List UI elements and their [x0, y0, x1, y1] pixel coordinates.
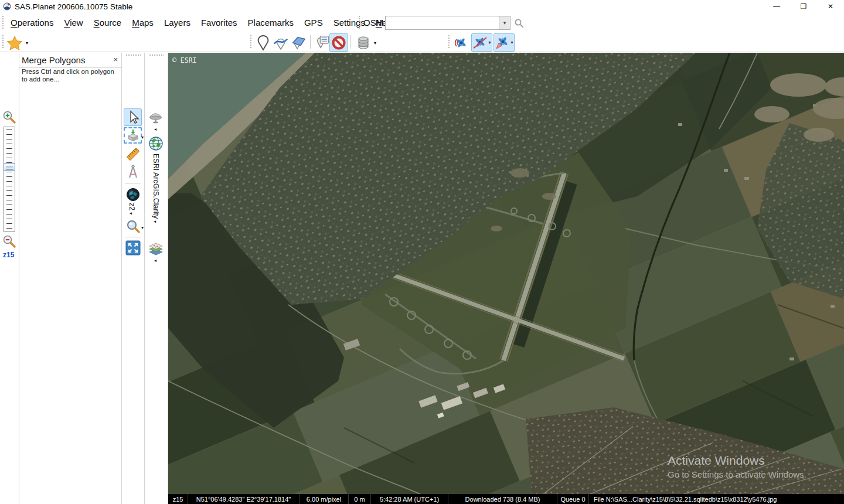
- gps-track-icon: [472, 35, 488, 50]
- zoom-in-icon: [2, 110, 16, 124]
- search-tool-button[interactable]: [124, 218, 142, 236]
- mini-zoom-label[interactable]: z2▾: [128, 203, 136, 214]
- restore-button[interactable]: ❐: [790, 0, 817, 13]
- zoom-in-button[interactable]: [2, 110, 16, 124]
- toolbar-separator: [310, 35, 311, 49]
- ruler-button[interactable]: [124, 145, 142, 163]
- search-icon[interactable]: [514, 18, 524, 30]
- zoom-panel: z15: [0, 53, 19, 504]
- gps-track-dropdown-icon[interactable]: ▾: [488, 40, 491, 45]
- add-path-button[interactable]: [271, 33, 290, 52]
- search-tool-dropdown-icon[interactable]: ▾: [141, 225, 144, 230]
- menu-maps[interactable]: Maps: [127, 18, 159, 28]
- menu-bar: OperationsViewSourceMapsLayersFavoritesP…: [0, 13, 844, 33]
- gps-track-button[interactable]: ▾: [471, 33, 492, 52]
- menu-operations[interactable]: Operations: [5, 18, 59, 28]
- gps-connect-icon: [453, 35, 468, 50]
- app-icon: [3, 2, 11, 11]
- layers-button[interactable]: [147, 240, 165, 258]
- zoom-slider-ticks: [6, 130, 12, 229]
- gps-connect-button[interactable]: [451, 33, 470, 52]
- window-title: SAS.Planet 200606.10075 Stable: [15, 2, 132, 11]
- placemark-list-icon: [315, 35, 330, 51]
- cache-mode-button[interactable]: [147, 108, 165, 126]
- menu-grip[interactable]: [2, 15, 4, 30]
- toolbar-separator: [350, 35, 351, 49]
- status-tile-file: File N:\SAS...Clarity\z15\8\5\32.21.sqli…: [589, 494, 844, 504]
- map-source-toolbar: ◂ ESRI ArcGIS.Clarity▾: [145, 53, 168, 504]
- polygon-icon: [290, 35, 307, 51]
- status-coordinates: N51°06'49.4283" E2°39'17.1814": [188, 494, 300, 504]
- search-input[interactable]: [386, 16, 499, 29]
- satellite-map[interactable]: [168, 53, 844, 494]
- minimize-button[interactable]: —: [763, 0, 790, 13]
- search-dropdown-button[interactable]: ▾: [499, 16, 510, 29]
- selection-box-icon: [126, 129, 140, 142]
- map-source-globe-button[interactable]: [147, 135, 165, 152]
- zoom-slider[interactable]: [4, 127, 15, 232]
- layers-dropdown-icon[interactable]: ◂: [154, 258, 156, 263]
- tile-storage-button[interactable]: [354, 33, 373, 52]
- menu-gps[interactable]: GPS: [299, 18, 328, 28]
- gps-follow-dropdown-icon[interactable]: ▾: [511, 40, 513, 45]
- fullscreen-icon: [125, 240, 141, 256]
- magnifier-icon: [125, 219, 141, 234]
- search-combobox: ▾: [385, 16, 511, 30]
- gps-follow-button[interactable]: ▾: [494, 33, 515, 52]
- zoom-out-button[interactable]: [2, 234, 16, 248]
- hide-placemarks-button[interactable]: [329, 33, 348, 52]
- map-source-toolbar-grip[interactable]: [149, 54, 164, 56]
- status-scale: 6.00 m/pixel: [300, 494, 349, 504]
- menu-view[interactable]: View: [59, 18, 88, 28]
- zoom-level-label: z15: [3, 251, 14, 259]
- source-toolbar-grip[interactable]: [358, 15, 360, 30]
- globe-icon: [148, 135, 164, 152]
- menu-favorites[interactable]: Favorites: [196, 18, 243, 28]
- chevron-down-icon: ▾: [152, 220, 158, 223]
- panel-header: Merge Polygons ×: [19, 54, 121, 67]
- dome-icon: [147, 109, 164, 125]
- ruler-icon: [125, 147, 141, 162]
- panel-close-button[interactable]: ×: [113, 56, 118, 64]
- storage-dropdown-icon[interactable]: ▾: [374, 40, 376, 46]
- gps-follow-icon: [495, 35, 510, 50]
- gps-toolbar-grip[interactable]: [448, 35, 450, 49]
- status-bar: z15N51°06'49.4283" E2°39'17.1814"6.00 m/…: [168, 494, 844, 504]
- favorites-toolbar-grip[interactable]: [2, 35, 4, 49]
- path-icon: [273, 35, 288, 51]
- selection-dropdown-icon[interactable]: ▾: [141, 135, 144, 140]
- dark-globe-icon: [125, 187, 141, 202]
- title-bar: SAS.Planet 200606.10075 Stable — ❐ ✕: [0, 0, 844, 13]
- cache-dropdown-icon[interactable]: ◂: [154, 127, 156, 132]
- status-elevation: 0 m: [349, 494, 371, 504]
- star-icon: [6, 35, 23, 51]
- add-polygon-button[interactable]: [289, 33, 308, 52]
- menu-placemarks[interactable]: Placemarks: [243, 18, 299, 28]
- block-icon: [331, 35, 346, 50]
- globe-view-button[interactable]: [124, 186, 142, 203]
- toolbar-separator: [125, 237, 141, 237]
- compass-divider-icon: [126, 164, 140, 179]
- distance-calc-button[interactable]: [124, 163, 142, 181]
- status-zoom: z15: [168, 494, 188, 504]
- select-cursor-button[interactable]: [124, 108, 142, 126]
- placemark-toolbar-grip[interactable]: [250, 35, 252, 49]
- esri-copyright: © ESRI: [172, 56, 197, 64]
- tools-toolbar-grip[interactable]: [125, 54, 141, 56]
- toolbar-separator: [125, 183, 141, 183]
- map-source-button[interactable]: ESRI ArcGIS.Clarity▾: [152, 154, 160, 223]
- menu-layers[interactable]: Layers: [159, 18, 196, 28]
- close-button[interactable]: ✕: [817, 0, 844, 13]
- layers-icon: [148, 241, 164, 257]
- tools-toolbar: ▾: [122, 53, 145, 504]
- zoom-slider-handle[interactable]: [4, 164, 15, 171]
- menu-source[interactable]: Source: [89, 18, 127, 28]
- menu-items: OperationsViewSourceMapsLayersFavoritesP…: [5, 13, 399, 32]
- status-queue: Queue 0: [557, 494, 589, 504]
- merge-polygons-panel: Merge Polygons × Press Ctrl and click on…: [19, 53, 122, 504]
- add-placemark-button[interactable]: [254, 33, 273, 52]
- fullscreen-button[interactable]: [124, 239, 142, 257]
- favorites-button[interactable]: [5, 33, 24, 52]
- selection-tool-button[interactable]: [124, 127, 142, 144]
- favorites-dropdown-icon[interactable]: ▾: [26, 40, 28, 46]
